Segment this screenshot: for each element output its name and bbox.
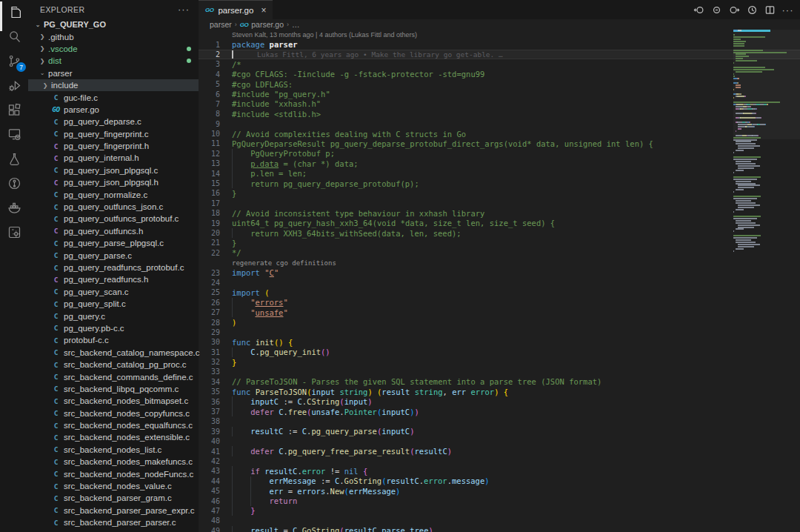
file-item-pg-query-fingerprint-c[interactable]: Cpg_query_fingerprint.c: [28, 128, 199, 140]
file-item-src-backend-nodes-list-c[interactable]: Csrc_backend_nodes_list.c: [28, 444, 199, 456]
line-number[interactable]: 28: [199, 319, 227, 327]
line-number[interactable]: 47: [199, 507, 227, 515]
code-line-30[interactable]: 30func init() {: [199, 337, 800, 347]
line-number[interactable]: 42: [199, 457, 227, 465]
code-line-29[interactable]: 29: [199, 327, 800, 337]
minimap[interactable]: [733, 30, 800, 532]
next-change-icon[interactable]: [728, 4, 741, 16]
code-line-9[interactable]: 9: [199, 119, 800, 129]
code-line-10[interactable]: 10// Avoid complexities dealing with C s…: [199, 129, 800, 139]
line-number[interactable]: 7: [199, 100, 227, 108]
line-number[interactable]: 49: [199, 527, 227, 532]
file-item-pg-query-parse-plpgsql-c[interactable]: Cpg_query_parse_plpgsql.c: [28, 237, 199, 249]
code-line-content[interactable]: Lukas Fittl, 6 years ago • Make the libr…: [227, 50, 800, 59]
code-line-5[interactable]: 5#cgo LDFLAGS:: [199, 79, 800, 89]
extensions-icon[interactable]: [0, 98, 28, 122]
breadcrumb-folder[interactable]: parser: [210, 20, 232, 29]
codelens-row[interactable]: regenerate cgo definitions: [199, 258, 800, 267]
line-number[interactable]: 39: [199, 428, 227, 436]
code-line-content[interactable]: #cgo LDFLAGS:: [227, 79, 800, 89]
code-line-14[interactable]: 14p.len = len;: [199, 168, 800, 178]
folder-item-pg-query-go[interactable]: ⌄PG_QUERY_GO: [28, 19, 199, 30]
code-line-content[interactable]: #include "xxhash.h": [227, 99, 800, 109]
code-line-32[interactable]: 32}: [199, 357, 800, 367]
file-item-src-backend-nodes-equalfuncs-c[interactable]: Csrc_backend_nodes_equalfuncs.c: [28, 419, 199, 431]
code-line-42[interactable]: 42: [199, 456, 800, 466]
file-item-src-backend-parser-parser-c[interactable]: Csrc_backend_parser_parser.c: [28, 516, 199, 528]
line-number[interactable]: 29: [199, 328, 227, 336]
code-line-36[interactable]: 36inputC := C.CString(input): [199, 396, 800, 406]
breadcrumb[interactable]: parser › GO parser.go › …: [199, 19, 800, 30]
line-number[interactable]: 33: [199, 368, 227, 376]
code-line-content[interactable]: #cgo CFLAGS: -Iinclude -g -fstack-protec…: [227, 70, 800, 79]
code-line-40[interactable]: 40: [199, 436, 800, 446]
breadcrumb-file[interactable]: parser.go: [251, 20, 284, 29]
line-number[interactable]: 24: [199, 279, 227, 287]
line-number[interactable]: 15: [199, 179, 227, 187]
code-line-4[interactable]: 4#cgo CFLAGS: -Iinclude -g -fstack-prote…: [199, 70, 800, 79]
code-line-content[interactable]: defer C.free(unsafe.Pointer(inputC)): [227, 407, 800, 416]
code-line-content[interactable]: errMessage := C.GoString(resultC.error.m…: [227, 476, 800, 486]
line-number[interactable]: 20: [199, 229, 227, 237]
file-item-src-backend-commands-define-c[interactable]: Csrc_backend_commands_define.c: [28, 370, 199, 382]
code-line-44[interactable]: 44errMessage := C.GoString(resultC.error…: [199, 476, 800, 486]
code-line-8[interactable]: 8#include <stdlib.h>: [199, 109, 800, 119]
code-line-content[interactable]: inputC := C.CString(input): [227, 396, 800, 406]
code-line-content[interactable]: // Avoid inconsistent type behaviour in …: [227, 208, 800, 218]
line-number[interactable]: 23: [199, 269, 227, 277]
file-item-pg-query-outfuncs-protobuf-c[interactable]: Cpg_query_outfuncs_protobuf.c: [28, 213, 199, 225]
code-line-content[interactable]: }: [227, 188, 800, 198]
file-item-pg-query-internal-h[interactable]: Cpg_query_internal.h: [28, 152, 199, 164]
toggle-blame-icon[interactable]: [710, 4, 723, 16]
folder-item-include[interactable]: ❯include: [28, 79, 199, 91]
line-number[interactable]: 36: [199, 398, 227, 406]
code-line-41[interactable]: 41defer C.pg_query_free_parse_result(res…: [199, 446, 800, 456]
code-line-19[interactable]: 19uint64_t pg_query_hash_xxh3_64(void *d…: [199, 218, 800, 227]
code-line-27[interactable]: 27"unsafe": [199, 307, 800, 317]
line-number[interactable]: 41: [199, 448, 227, 456]
code-line-3[interactable]: 3/*: [199, 59, 800, 69]
code-line-content[interactable]: err = errors.New(errMessage): [227, 486, 800, 496]
code-line-content[interactable]: uint64_t pg_query_hash_xxh3_64(void *dat…: [227, 218, 800, 227]
file-item-pg-query-json-plpgsql-c[interactable]: Cpg_query_json_plpgsql.c: [28, 164, 199, 176]
code-line-content[interactable]: // ParseToJSON - Parses the given SQL st…: [227, 377, 800, 387]
code-line-7[interactable]: 7#include "xxhash.h": [199, 99, 800, 109]
line-number[interactable]: 40: [199, 437, 227, 445]
line-number[interactable]: 27: [199, 308, 227, 316]
line-number[interactable]: 35: [199, 388, 227, 396]
line-number[interactable]: 38: [199, 417, 227, 425]
line-number[interactable]: 5: [199, 80, 227, 88]
previous-change-icon[interactable]: [693, 4, 705, 16]
code-line-17[interactable]: 17: [199, 199, 800, 208]
file-item-pg-query-c[interactable]: Cpg_query.c: [28, 310, 199, 322]
file-item-pg-query-readfuncs-h[interactable]: Cpg_query_readfuncs.h: [28, 273, 199, 285]
code-line-content[interactable]: p.len = len;: [227, 168, 800, 178]
folder-item-dist[interactable]: ❯dist: [28, 55, 199, 67]
file-item-pg-query-readfuncs-protobuf-c[interactable]: Cpg_query_readfuncs_protobuf.c: [28, 262, 199, 273]
code-line-content[interactable]: #include "pg_query.h": [227, 89, 800, 99]
code-line-content[interactable]: [227, 119, 800, 129]
code-line-content[interactable]: resultC := C.pg_query_parse(inputC): [227, 427, 800, 436]
gitlens-icon[interactable]: [0, 171, 28, 196]
code-line-23[interactable]: 23import "C": [199, 267, 800, 277]
code-line-39[interactable]: 39resultC := C.pg_query_parse(inputC): [199, 427, 800, 436]
file-item-src-backend-catalog-namespace-c[interactable]: Csrc_backend_catalog_namespace.c: [28, 347, 199, 359]
code-line-16[interactable]: 16}: [199, 188, 800, 198]
code-line-content[interactable]: [227, 516, 800, 525]
file-item-pg-query-normalize-c[interactable]: Cpg_query_normalize.c: [28, 188, 199, 200]
folder-item-parser[interactable]: ⌄parser: [28, 67, 199, 79]
code-editor[interactable]: Steven Kalt, 13 months ago | 4 authors (…: [199, 30, 800, 532]
code-line-content[interactable]: [227, 367, 800, 376]
file-item-parser-go[interactable]: GOparser.go: [28, 104, 199, 116]
code-line-content[interactable]: ): [227, 317, 800, 327]
code-line-content[interactable]: C.pg_query_init(): [227, 348, 800, 357]
remote-explorer-icon[interactable]: [0, 122, 28, 147]
file-history-icon[interactable]: [746, 4, 759, 16]
code-line-content[interactable]: func init() {: [227, 337, 800, 347]
line-number[interactable]: 25: [199, 288, 227, 296]
code-line-content[interactable]: PgQueryProtobuf p;: [227, 149, 800, 159]
file-item-pg-query-outfuncs-json-c[interactable]: Cpg_query_outfuncs_json.c: [28, 201, 199, 213]
line-number[interactable]: 26: [199, 299, 227, 307]
line-number[interactable]: 11: [199, 139, 227, 147]
code-line-20[interactable]: 20return XXH3_64bits_withSeed(data, len,…: [199, 228, 800, 238]
